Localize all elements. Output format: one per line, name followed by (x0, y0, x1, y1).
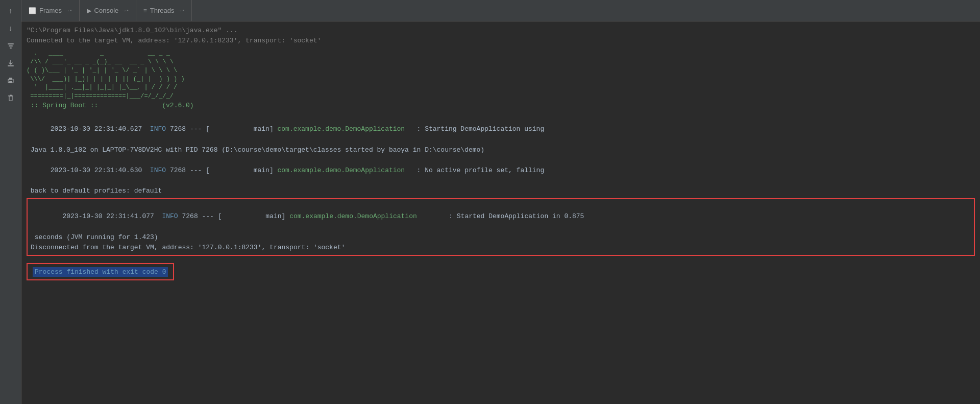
frames-icon: ⬜ (29, 7, 36, 14)
spring-art-line3: ( ( )\___ | '_ | '_| | '_ \/ _` | \ \ \ … (27, 66, 975, 75)
threads-arrow: →• (178, 8, 185, 13)
console-line-java-exe: "C:\Program Files\Java\jdk1.8.0_102\bin\… (27, 26, 975, 36)
filter-button[interactable] (4, 39, 18, 53)
tab-frames-label: Frames (39, 7, 62, 14)
log1-suffix: : Starting DemoApplication using (405, 125, 544, 133)
svg-rect-2 (10, 47, 12, 49)
console-area[interactable]: "C:\Program Files\Java\jdk1.8.0_102\bin\… (21, 21, 980, 404)
tab-threads-label: Threads (150, 7, 175, 14)
svg-rect-3 (8, 65, 14, 66)
console-icon: ▶ (87, 7, 91, 14)
main-panel: ⬜ Frames →• ▶ Console →• ≡ Threads →• "C… (21, 0, 980, 404)
log-line-2: 2023-10-30 22:31:40.630 INFO 7268 --- [ … (27, 155, 975, 186)
threads-icon: ≡ (143, 7, 147, 14)
svg-rect-7 (9, 96, 12, 101)
svg-rect-9 (10, 95, 12, 96)
console-line-connected: Connected to the target VM, address: '12… (27, 36, 975, 46)
spring-boot-version: :: Spring Boot :: (v2.6.0) (27, 101, 975, 111)
log1-info: INFO (150, 125, 166, 133)
tab-console-label: Console (94, 7, 119, 14)
log1-prefix: 2023-10-30 22:31:40.627 (51, 125, 150, 133)
console-arrow: →• (121, 8, 129, 13)
delete-button[interactable] (4, 91, 18, 105)
spring-art-line6: =========|_|==============|___/=/_/_/_/ (27, 92, 975, 101)
log3-prefix: 2023-10-30 22:31:41.077 (62, 212, 162, 220)
tab-bar: ⬜ Frames →• ▶ Console →• ≡ Threads →• (21, 0, 980, 21)
spring-art-line5: ' |____| .__|_| |_|_| |_\__, | / / / / (27, 83, 975, 92)
log-line-2-cont: back to default profiles: default (27, 186, 975, 196)
svg-rect-5 (9, 81, 12, 83)
scroll-down-button[interactable]: ↓ (4, 21, 18, 36)
log2-prefix: 2023-10-30 22:31:40.630 (51, 167, 150, 174)
log1-mid: 7268 --- [ main] (166, 125, 277, 133)
log2-info: INFO (150, 167, 166, 174)
log3-class: com.example.demo.DemoApplication (289, 212, 417, 220)
log-line-1: 2023-10-30 22:31:40.627 INFO 7268 --- [ … (27, 114, 975, 145)
spring-art-line1: . ____ _ __ _ _ (27, 49, 975, 58)
log-disconnect: Disconnected from the target VM, address… (31, 243, 971, 253)
log1-class: com.example.demo.DemoApplication (278, 125, 405, 133)
log2-suffix: : No active profile set, falling (405, 167, 544, 174)
tab-threads[interactable]: ≡ Threads →• (136, 0, 192, 21)
process-finished-block: Process finished with exit code 0 (27, 263, 174, 280)
download-button[interactable] (4, 56, 18, 70)
frames-arrow: →• (65, 8, 72, 13)
log-line-3-cont: seconds (JVM running for 1.423) (31, 232, 971, 243)
highlighted-block: 2023-10-30 22:31:41.077 INFO 7268 --- [ … (27, 198, 975, 256)
scroll-up-button[interactable]: ↑ (4, 4, 18, 18)
process-finished-text: Process finished with exit code 0 (33, 267, 168, 277)
svg-rect-1 (9, 45, 13, 46)
log-line-3: 2023-10-30 22:31:41.077 INFO 7268 --- [ … (31, 201, 971, 232)
log3-info: INFO (162, 212, 178, 220)
tab-frames[interactable]: ⬜ Frames →• (21, 0, 80, 21)
tab-console[interactable]: ▶ Console →• (80, 0, 136, 21)
svg-rect-6 (9, 78, 12, 80)
sidebar: ↑ ↓ (0, 0, 21, 404)
log2-class: com.example.demo.DemoApplication (278, 167, 405, 174)
print-button[interactable] (4, 74, 18, 88)
log2-mid: 7268 --- [ main] (166, 167, 277, 174)
log3-mid: 7268 --- [ main] (178, 212, 289, 220)
svg-rect-0 (8, 43, 14, 44)
log-line-1-cont: Java 1.8.0_102 on LAPTOP-7V8DV2HC with P… (27, 145, 975, 155)
log3-suffix: : Started DemoApplication in 0.875 (417, 212, 584, 220)
spring-art-line2: /\\ / ___'_ __ _ _(_)_ __ __ _ \ \ \ \ (27, 58, 975, 66)
svg-rect-8 (8, 96, 13, 97)
spring-art-line4: \\\/ ___)| |_)| | | | | || (_| | ) ) ) ) (27, 75, 975, 84)
